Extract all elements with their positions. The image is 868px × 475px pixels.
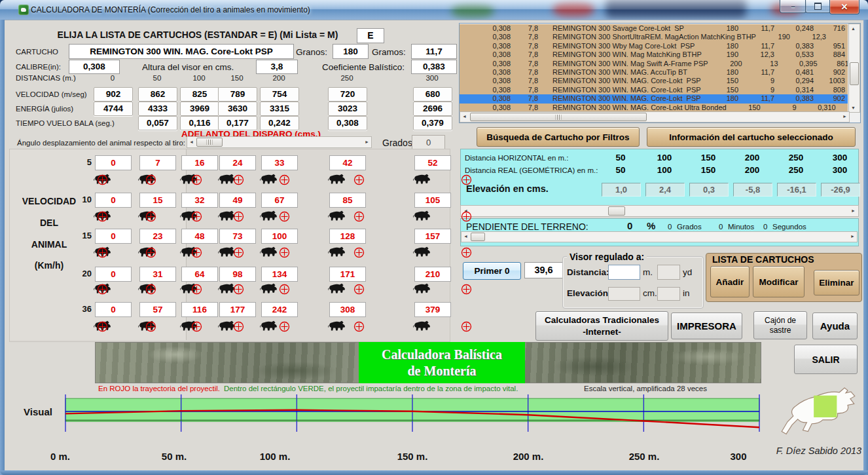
cartridge-cell: 716 [814,24,845,33]
angle-label: Ángulo desplazamiento del animal respect… [17,139,185,147]
elevation-label: Elevación en cms. [466,183,549,194]
scroll-left-arrow-icon[interactable]: ◄ [461,232,470,240]
cartridge-row[interactable]: 0,3087,8REMINGTON 300 WIN. Mag Swift A-F… [460,60,848,68]
grip-icon [207,140,213,145]
slope-minutos-value: 0 [719,223,723,231]
cartridge-list[interactable]: 0,3087,8REMINGTON 300 Savage Core-Lokt S… [460,24,848,112]
cartridge-row[interactable]: 0,3087,8REMINGTON 300 WIN. Mag MatchKing… [460,50,848,59]
calibre-field[interactable]: 0,308 [69,60,120,74]
cartridge-row[interactable]: 0,3087,8REMINGTON 300 Wby Mag Core-Lokt … [460,42,848,50]
boar-icon [412,320,431,335]
cartridge-row[interactable]: 0,3087,8REMINGTON 300 WIN. MAG. Core-Lok… [460,77,848,85]
cartridge-cell: 12,3 [738,50,774,59]
lead-correction-value: 98 [219,267,256,282]
vital-zone-square [814,396,837,417]
elevation-value: -16,1 [777,183,816,197]
cartridge-row[interactable]: 0,3087,8REMINGTON 300 WIN. MAG. AccuTip … [460,68,848,77]
cartridge-cell: 951 [814,42,845,50]
list-vscroll-thumb[interactable] [850,62,859,85]
reticle-icon [353,211,365,225]
banner-line2: de Montería [408,363,477,379]
velocidad-label: VELOCIDAD (m/seg) [16,90,87,98]
app-banner: Calculadora Balística de Montería [359,342,525,383]
lead-correction-value: 23 [139,229,176,244]
cartridge-cell: 180 [704,68,738,77]
modify-cartridge-button[interactable]: Modificar [753,266,805,297]
reticle-icon [461,321,472,335]
cartridge-cell: 11,7 [738,94,774,103]
cartridge-row[interactable]: 0,3087,8REMINGTON 300 WIN. MAG. Core-Lok… [460,94,848,103]
granos-field[interactable]: 180 [333,44,369,59]
reticle-icon [145,211,156,225]
cartridge-info-button[interactable]: Información del cartucho seleccionado [647,127,856,147]
flight-time-value: 0,308 [328,116,367,130]
printer-button[interactable]: IMPRESORA [671,313,742,339]
scroll-up-arrow-icon[interactable]: ▲ [849,24,858,33]
reticle-icon [461,284,472,297]
scroll-down-arrow-icon[interactable]: ▼ [849,104,858,112]
velocity-value: 680 [413,87,452,102]
minimize-button[interactable]: – [780,0,806,13]
slider-right-arrow-icon[interactable]: ► [363,138,371,146]
angle-slider-thumb[interactable] [196,138,223,147]
cartridge-cell: 150 [704,86,738,94]
cartridge-cell: REMINGTON 300 WIN. MAG. Core-Lokt Ultra … [538,104,727,112]
visor-distancia-m-input[interactable] [608,265,640,280]
animal-reticle-cell [326,281,389,298]
visor-height-field[interactable]: 3,8 [256,60,298,74]
chart-x-tick-label: 100 m. [245,451,304,462]
search-cartridge-button[interactable]: Búsqueda de Cartucho por Filtros [477,127,640,147]
distance-scroll-thumb[interactable] [608,206,625,216]
slope-scroll-thumb[interactable] [471,233,485,241]
reticle-icon [353,321,365,335]
reticle-icon [97,211,108,225]
list-vscrollbar[interactable]: ▲ ▼ [848,24,860,113]
bc-field[interactable]: 0,383 [411,60,457,74]
boar-icon [327,210,346,225]
lead-correction-value: 100 [261,229,298,244]
scroll-right-arrow-icon[interactable]: ► [841,112,849,121]
gramos-field[interactable]: 11,7 [411,44,457,59]
cartridge-cell: REMINGTON 300 WIN. MAG. Core-Lokt PSP [538,94,704,103]
flight-time-value: 0,379 [413,116,452,130]
boar-icon [412,246,431,261]
scroll-right-arrow-icon[interactable]: ► [849,206,858,215]
angle-slider[interactable]: ◄ ► [187,136,372,148]
slider-left-arrow-icon[interactable]: ◄ [187,138,196,146]
cartridge-row[interactable]: 0,3087,8REMINGTON 300 Savage Core-Lokt S… [460,24,848,33]
horizontal-distance-value: 150 [689,153,728,162]
cartridge-cell: 0,308 [460,50,511,59]
distance-hscrollbar[interactable]: ◄ ► [460,205,859,217]
close-button[interactable]: ✕ [829,0,859,14]
delete-cartridge-button[interactable]: Eliminar [814,270,859,295]
primer-cero-button[interactable]: Primer 0 [463,262,521,280]
scroll-right-arrow-icon[interactable]: ► [848,232,857,240]
cartridge-cell: 0,383 [774,42,814,50]
slope-hscrollbar[interactable]: ◄ ► [461,231,858,242]
slope-grados-value: 0 [668,223,672,231]
list-hscroll-thumb[interactable] [470,113,647,121]
flight-time-value: 0,057 [138,116,177,130]
list-mode-field[interactable]: E [357,28,384,43]
cartridge-name-field[interactable]: REMINGTON 300 WIN. MAG. Core-Lokt PSP [69,44,294,59]
scroll-left-arrow-icon[interactable]: ◄ [460,112,469,121]
maximize-icon [814,3,822,10]
cartridge-row[interactable]: 0,3087,8REMINGTON 300 ShortUltraREM. Mag… [460,33,848,41]
boar-icon [327,320,346,335]
cartridge-cell: REMINGTON 300 WIN. MAG. AccuTip BT [538,68,704,77]
cartridge-cell: REMINGTON 300 ShortUltraREM. MagAction M… [538,33,756,41]
traditional-calculators-button[interactable]: Calculadoras Tradicionales -Internet- [535,311,668,341]
desktop-blob [553,1,594,17]
real-distance-value: 50 [601,165,640,175]
drawer-line2: sastre [770,326,791,335]
cartridge-row[interactable]: 0,3087,8REMINGTON 300 WIN. MAG. Core-Lok… [460,86,848,94]
velocity-value: 825 [180,87,219,102]
exit-button[interactable]: SALIR [794,345,858,374]
help-button[interactable]: Ayuda [812,313,858,339]
add-cartridge-button[interactable]: Añadir [710,266,750,297]
maximize-button[interactable] [805,0,831,13]
drawer-button[interactable]: Cajón de sastre [753,311,807,339]
cartridge-row[interactable]: 0,3087,8REMINGTON 300 WIN. MAG. Core-Lok… [460,104,848,112]
list-hscrollbar[interactable]: ◄ ► [460,111,850,123]
cartridge-cell: 7,8 [511,104,538,112]
